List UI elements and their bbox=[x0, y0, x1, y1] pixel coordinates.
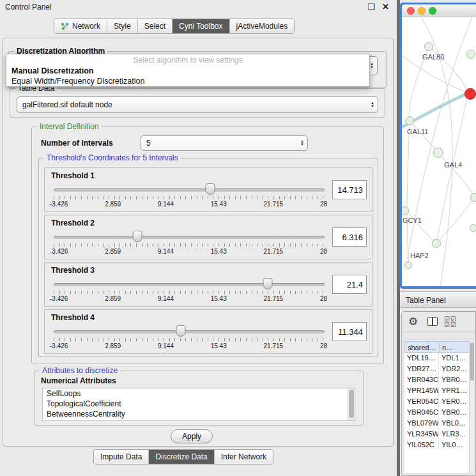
number-of-intervals-select[interactable]: 5 ▲▼ bbox=[141, 135, 308, 151]
scrollbar-thumb[interactable] bbox=[470, 342, 474, 381]
threshold-value-field[interactable]: 6.316 bbox=[332, 227, 367, 247]
tab-label: Discretize Data bbox=[155, 452, 207, 461]
slider-track[interactable] bbox=[54, 283, 325, 286]
table-panel-titlebar: Table Panel bbox=[400, 291, 476, 308]
scale-label: 28 bbox=[320, 248, 327, 255]
threshold-slider[interactable]: -3.4262.8599.14415.4321.71528 bbox=[54, 325, 325, 352]
slider-track[interactable] bbox=[54, 330, 325, 334]
attributes-list-scrollbar[interactable] bbox=[348, 388, 355, 420]
network-node[interactable] bbox=[404, 261, 412, 269]
table-row[interactable]: YDR27… YDR2… bbox=[404, 364, 470, 374]
columns-icon[interactable] bbox=[427, 317, 438, 326]
network-node-label: HAP2 bbox=[410, 252, 429, 259]
network-node[interactable] bbox=[470, 224, 476, 232]
tab[interactable]: jActiveModules bbox=[229, 19, 295, 33]
network-node[interactable] bbox=[433, 148, 443, 158]
scale-label: -3.426 bbox=[50, 248, 68, 255]
network-node[interactable] bbox=[424, 42, 433, 51]
tab[interactable]: Discretize Data bbox=[148, 450, 213, 464]
table-data-select[interactable]: galFiltered.sif default node ▲▼ bbox=[17, 96, 378, 113]
tab[interactable]: Cyni Toolbox bbox=[172, 19, 229, 33]
bottom-tab-bar: Impute Data Discretize Data Infer Networ… bbox=[93, 449, 273, 464]
tab-label: Select bbox=[144, 22, 165, 31]
dropdown-option[interactable]: Manual Discretization bbox=[6, 66, 369, 76]
tab-label: Network bbox=[72, 22, 100, 31]
select-columns-checkboxes-icon[interactable]: ☑☑☑☑ bbox=[444, 316, 457, 328]
table-row[interactable]: YLR345W YLR3… bbox=[404, 429, 470, 440]
network-node[interactable] bbox=[432, 239, 441, 248]
slider-thumb[interactable] bbox=[205, 183, 215, 195]
thresholds-group: Threshold's Coordinates for 5 Intervals … bbox=[38, 158, 378, 357]
minimize-traffic-light[interactable] bbox=[418, 7, 426, 15]
cell-shared-name: YBL079W bbox=[404, 418, 439, 429]
threshold-value-field[interactable]: 11.344 bbox=[332, 322, 367, 341]
threshold-slider[interactable]: -3.4262.8599.14415.4321.71528 bbox=[54, 231, 325, 257]
tab[interactable]: Impute Data bbox=[94, 450, 148, 464]
threshold-value-field[interactable]: 14.713 bbox=[332, 180, 367, 199]
apply-button[interactable]: Apply bbox=[171, 429, 213, 443]
right-side: GAL80GAL11GAL4GCY1HAP2 Table Panel ⚙ ☑☑☑… bbox=[400, 0, 476, 476]
threshold-slider[interactable]: -3.4262.8599.14415.4321.71528 bbox=[54, 278, 325, 305]
node-table[interactable]: shared… n… YDL19… YDL1… YDR27… YDR2… YBR… bbox=[404, 341, 470, 473]
scale-label: 2.859 bbox=[105, 295, 121, 302]
slider-track[interactable] bbox=[54, 188, 325, 192]
cell-name: YBR0… bbox=[439, 374, 470, 385]
table-scrollbar[interactable] bbox=[469, 341, 475, 473]
table-row[interactable]: YER054C YER0… bbox=[404, 396, 470, 407]
cell-shared-name: YDL19… bbox=[404, 353, 439, 364]
scrollbar-thumb[interactable] bbox=[349, 390, 354, 418]
column-header[interactable]: shared… bbox=[404, 341, 439, 353]
zoom-traffic-light[interactable] bbox=[429, 7, 436, 15]
threshold-value-field[interactable]: 21.4 bbox=[332, 275, 367, 294]
scale-label: 28 bbox=[320, 342, 327, 349]
table-row[interactable]: YBR043C YBR0… bbox=[404, 374, 470, 385]
scale-label: 28 bbox=[320, 201, 327, 208]
slider-scale-labels: -3.4262.8599.14415.4321.71528 bbox=[50, 342, 327, 349]
network-window-titlebar bbox=[402, 4, 476, 17]
threshold-label: Threshold 2 bbox=[51, 219, 95, 227]
network-node[interactable] bbox=[464, 88, 476, 100]
table-row[interactable]: YDL19… YDL1… bbox=[404, 353, 470, 364]
network-canvas[interactable]: GAL80GAL11GAL4GCY1HAP2 bbox=[402, 17, 476, 286]
scale-label: 15.43 bbox=[211, 248, 227, 255]
cell-shared-name: YIL052C bbox=[404, 440, 439, 450]
cell-shared-name: YBR045C bbox=[404, 407, 439, 418]
tab[interactable]: Network bbox=[54, 19, 107, 33]
gear-icon[interactable]: ⚙ bbox=[408, 315, 418, 328]
dropdown-option[interactable]: Equal Width/Frequency Discretization bbox=[6, 76, 369, 86]
slider-thumb[interactable] bbox=[133, 231, 142, 242]
numerical-attributes-list[interactable]: SelfLoopsTopologicalCoefficientBetweenne… bbox=[42, 388, 355, 421]
scale-label: 21.715 bbox=[264, 342, 284, 349]
tab-label: Infer Network bbox=[221, 452, 266, 461]
scale-label: 2.859 bbox=[105, 201, 121, 208]
column-header[interactable]: n… bbox=[439, 341, 470, 353]
float-window-icon[interactable]: ❑ bbox=[367, 2, 375, 12]
slider-scale-labels: -3.4262.8599.14415.4321.71528 bbox=[50, 295, 327, 302]
combo-arrows-icon: ▲▼ bbox=[370, 63, 374, 69]
tab[interactable]: Style bbox=[107, 19, 137, 33]
table-row[interactable]: YBR045C YBR0… bbox=[404, 407, 470, 418]
tab[interactable]: Infer Network bbox=[214, 450, 273, 464]
close-icon[interactable]: ✕ bbox=[382, 2, 389, 12]
table-row[interactable]: YIL052C YIL0… bbox=[404, 440, 470, 450]
network-node[interactable] bbox=[405, 116, 414, 125]
slider-thumb[interactable] bbox=[176, 325, 186, 337]
top-tab-bar: Network Style Select Cyni Toolbox jActiv… bbox=[54, 19, 295, 34]
slider-thumb[interactable] bbox=[263, 278, 272, 289]
attribute-list-item[interactable]: TopologicalCoefficient bbox=[43, 399, 355, 409]
network-node[interactable] bbox=[466, 50, 475, 59]
scale-label: 2.859 bbox=[105, 342, 121, 349]
table-row[interactable]: YPR145W YPR1… bbox=[404, 385, 470, 396]
cell-shared-name: YER054C bbox=[404, 396, 439, 407]
cell-shared-name: YDR27… bbox=[404, 364, 439, 374]
attribute-list-item[interactable]: BetweennessCentrality bbox=[43, 409, 355, 419]
network-node[interactable] bbox=[470, 193, 476, 202]
slider-track[interactable] bbox=[54, 236, 325, 239]
threshold-slider[interactable]: -3.4262.8599.14415.4321.71528 bbox=[54, 183, 325, 210]
tab[interactable]: Select bbox=[137, 19, 172, 33]
close-traffic-light[interactable] bbox=[407, 7, 415, 15]
scale-label: 21.715 bbox=[264, 248, 284, 255]
table-body: YDL19… YDL1… YDR27… YDR2… YBR043C YBR0… … bbox=[404, 353, 470, 450]
attribute-list-item[interactable]: SelfLoops bbox=[43, 388, 355, 399]
table-row[interactable]: YBL079W YBL0… bbox=[404, 418, 470, 429]
